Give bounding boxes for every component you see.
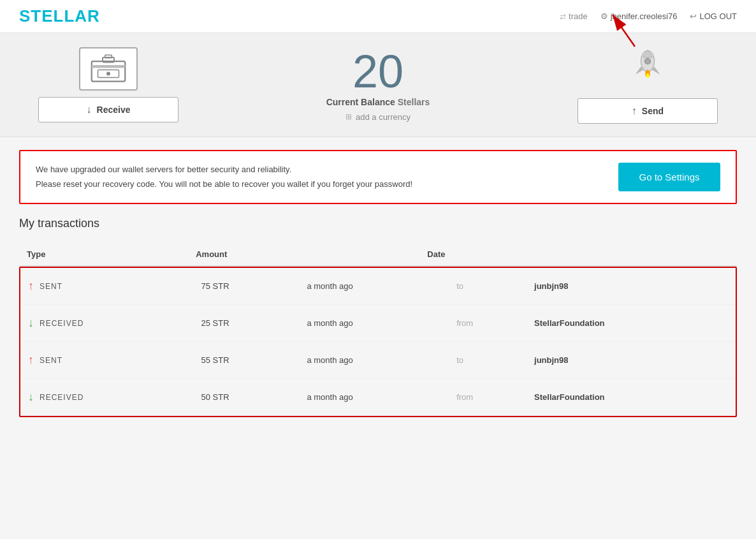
alert-text: We have upgraded our wallet servers for … — [36, 163, 412, 191]
header: STELLAR ⇄ trade ⚙ jhenifer.creolesi76 ↩ … — [0, 0, 756, 33]
tx-counterparty-cell: junbjn98 — [527, 268, 736, 305]
table-row[interactable]: ↑ SENT 55 STR a month ago to junbjn98 — [20, 342, 736, 379]
receive-icon: ↓ — [87, 104, 92, 115]
send-button[interactable]: ↑ Send — [578, 98, 718, 124]
rocket-icon — [629, 46, 667, 92]
table-row[interactable]: ↑ SENT 75 STR a month ago to junbjn98 — [20, 268, 736, 305]
balance-right: ↑ Send — [578, 46, 718, 124]
table-row[interactable]: ↓ RECEIVED 25 STR a month ago from Stell… — [20, 305, 736, 342]
col-amount: Amount — [188, 243, 419, 266]
transactions-section: My transactions Type Amount Date ↑ SENT … — [19, 217, 737, 417]
alert-line1: We have upgraded our wallet servers for … — [36, 163, 412, 177]
tx-type: ↓ RECEIVED — [28, 390, 185, 404]
svg-point-12 — [644, 59, 650, 64]
logo: STELLAR — [19, 6, 100, 26]
trade-icon: ⇄ — [560, 12, 566, 21]
wallet-icon — [79, 47, 138, 91]
tx-counterparty-cell: StellarFoundation — [527, 305, 736, 342]
transactions-table-wrapper: ↑ SENT 75 STR a month ago to junbjn98 ↓ … — [19, 267, 737, 417]
balance-section: ↓ Receive 20 Current Balance Stellars ⊞ … — [0, 33, 756, 137]
tx-amount-cell: 55 STR — [193, 342, 299, 379]
table-row[interactable]: ↓ RECEIVED 50 STR a month ago from Stell… — [20, 379, 736, 416]
logout-link[interactable]: ↩ LOG OUT — [690, 11, 737, 21]
tx-type-cell: ↑ SENT — [20, 342, 193, 379]
tx-type-label: SENT — [40, 282, 62, 291]
tx-relation-cell: to — [449, 268, 527, 305]
svg-rect-3 — [92, 65, 126, 68]
tx-date-cell: a month ago — [299, 379, 449, 416]
logout-icon: ↩ — [690, 11, 697, 21]
tx-type-cell: ↓ RECEIVED — [20, 379, 193, 416]
tx-counterparty-cell: StellarFoundation — [527, 379, 736, 416]
alert-line2: Please reset your recovery code. You wil… — [36, 177, 412, 191]
trade-link[interactable]: ⇄ trade — [560, 11, 588, 21]
tx-type-cell: ↑ SENT — [20, 268, 193, 305]
header-nav: ⇄ trade ⚙ jhenifer.creolesi76 ↩ LOG OUT — [560, 11, 737, 21]
balance-label: Current Balance Stellars — [326, 97, 430, 107]
tx-type-label: SENT — [40, 356, 62, 365]
send-icon: ↑ — [632, 105, 637, 117]
transactions-table: Type Amount Date — [19, 243, 737, 267]
receive-button[interactable]: ↓ Receive — [38, 97, 178, 122]
tx-type: ↑ SENT — [28, 353, 185, 367]
col-relation — [585, 243, 661, 266]
balance-left: ↓ Receive — [38, 47, 178, 122]
sent-arrow-icon: ↑ — [28, 353, 34, 367]
tx-amount-cell: 75 STR — [193, 268, 299, 305]
transactions-data-table: ↑ SENT 75 STR a month ago to junbjn98 ↓ … — [20, 268, 736, 416]
add-currency-link[interactable]: ⊞ add a currency — [345, 112, 411, 122]
svg-rect-2 — [92, 61, 126, 82]
svg-rect-7 — [105, 55, 112, 58]
go-to-settings-button[interactable]: Go to Settings — [618, 163, 720, 191]
balance-center: 20 Current Balance Stellars ⊞ add a curr… — [326, 48, 430, 122]
tx-counterparty-cell: junbjn98 — [527, 342, 736, 379]
tx-type-label: RECEIVED — [40, 393, 84, 402]
svg-marker-11 — [652, 67, 659, 74]
tx-relation-cell: from — [449, 379, 527, 416]
gear-icon: ⚙ — [600, 11, 608, 21]
received-arrow-icon: ↓ — [28, 390, 34, 404]
tx-date-cell: a month ago — [299, 342, 449, 379]
tx-date-cell: a month ago — [299, 268, 449, 305]
tx-amount-cell: 50 STR — [193, 379, 299, 416]
received-arrow-icon: ↓ — [28, 316, 34, 330]
balance-amount: 20 — [353, 48, 403, 94]
username-link[interactable]: ⚙ jhenifer.creolesi76 — [600, 11, 678, 21]
tx-type-cell: ↓ RECEIVED — [20, 305, 193, 342]
tx-type-label: RECEIVED — [40, 319, 84, 328]
sent-arrow-icon: ↑ — [28, 279, 34, 293]
svg-point-14 — [646, 73, 650, 78]
tx-type: ↓ RECEIVED — [28, 316, 185, 330]
col-counterparty — [661, 243, 737, 266]
col-date: Date — [419, 243, 585, 266]
tx-date-cell: a month ago — [299, 305, 449, 342]
tx-amount-cell: 25 STR — [193, 305, 299, 342]
svg-point-5 — [106, 72, 110, 76]
col-type: Type — [19, 243, 188, 266]
tx-relation-cell: from — [449, 305, 527, 342]
alert-banner: We have upgraded our wallet servers for … — [19, 150, 737, 204]
transactions-title: My transactions — [19, 217, 737, 230]
grid-icon: ⊞ — [345, 112, 352, 121]
tx-relation-cell: to — [449, 342, 527, 379]
svg-marker-10 — [636, 67, 643, 74]
tx-type: ↑ SENT — [28, 279, 185, 293]
